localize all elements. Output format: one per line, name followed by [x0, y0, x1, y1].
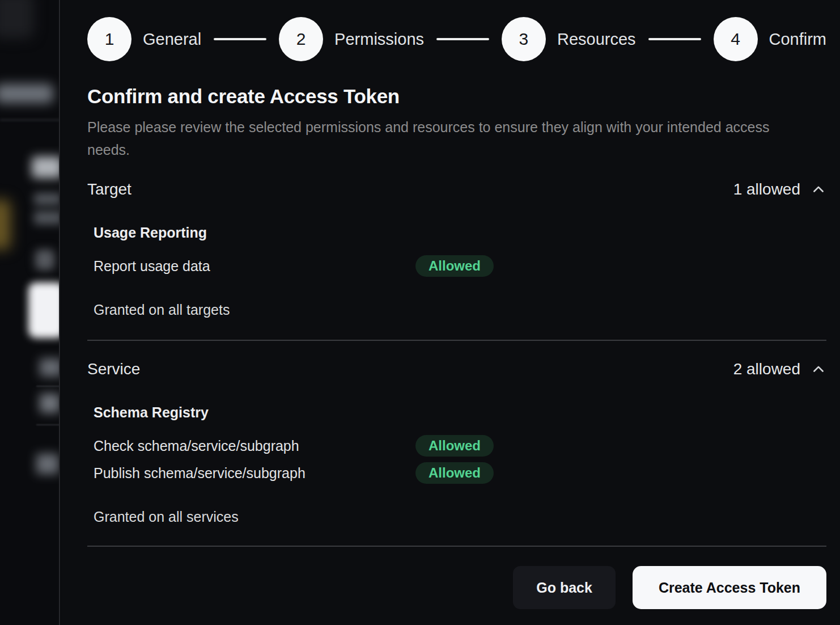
blurred-accent [0, 200, 10, 250]
chevron-up-icon[interactable] [811, 181, 826, 197]
blurred-text [36, 454, 59, 474]
blurred-logo [0, 0, 34, 39]
section-header-service: Service 2 allowed [87, 360, 826, 378]
permission-label: Report usage data [94, 258, 415, 275]
step-number-circle[interactable]: 2 [279, 17, 323, 61]
blurred-text [34, 193, 60, 205]
blurred-text [34, 211, 60, 225]
section-divider [87, 340, 826, 341]
step-general[interactable]: 1 General [87, 17, 201, 61]
allowed-count: 1 allowed [733, 180, 800, 199]
allowed-count: 2 allowed [733, 360, 800, 378]
step-number-circle[interactable]: 3 [502, 17, 546, 61]
blurred-divider [36, 424, 60, 425]
blurred-divider [0, 119, 60, 121]
page-subtitle: Please please review the selected permis… [87, 116, 787, 161]
blurred-card [28, 282, 60, 338]
section-title: Service [87, 360, 140, 378]
footer-divider [87, 546, 826, 547]
status-badge: Allowed [415, 435, 494, 457]
step-confirm[interactable]: 4 Confirm [714, 17, 827, 61]
blurred-background-sidebar [0, 0, 60, 625]
step-label: Permissions [334, 30, 424, 49]
step-label: General [143, 30, 201, 49]
step-connector [214, 38, 266, 40]
chevron-up-icon[interactable] [811, 361, 826, 377]
status-badge: Allowed [415, 255, 494, 277]
step-resources[interactable]: 3 Resources [502, 17, 636, 61]
permission-row: Publish schema/service/subgraph Allowed [94, 462, 826, 484]
create-access-token-button[interactable]: Create Access Token [633, 566, 826, 609]
create-access-token-modal: 1 General 2 Permissions 3 Resources 4 Co… [61, 0, 840, 625]
go-back-button[interactable]: Go back [513, 566, 616, 609]
modal-footer: Go back Create Access Token [87, 566, 826, 609]
blurred-divider [36, 386, 60, 387]
blurred-text [40, 394, 60, 413]
granted-note: Granted on all targets [94, 302, 826, 318]
step-number-circle[interactable]: 4 [714, 17, 758, 61]
section-header-target: Target 1 allowed [87, 180, 826, 199]
permission-label: Check schema/service/subgraph [94, 438, 415, 454]
permission-row: Check schema/service/subgraph Allowed [94, 435, 826, 457]
step-permissions[interactable]: 2 Permissions [279, 17, 424, 61]
wizard-stepper: 1 General 2 Permissions 3 Resources 4 Co… [87, 17, 826, 61]
blurred-heading [32, 157, 60, 178]
step-label: Confirm [769, 30, 827, 49]
permission-row: Report usage data Allowed [94, 255, 826, 277]
permission-group-usage-reporting: Usage Reporting Report usage data Allowe… [94, 225, 826, 277]
service-collapse-toggle[interactable]: 2 allowed [733, 360, 826, 378]
blurred-nav-item [0, 84, 53, 103]
blurred-text [40, 358, 60, 377]
permission-group-name: Schema Registry [94, 404, 826, 421]
section-title: Target [87, 180, 131, 199]
blurred-icon [35, 250, 54, 270]
permission-group-name: Usage Reporting [94, 225, 826, 241]
step-number-circle[interactable]: 1 [87, 17, 131, 61]
permission-label: Publish schema/service/subgraph [94, 465, 415, 482]
page-title: Confirm and create Access Token [87, 85, 826, 108]
step-label: Resources [557, 30, 636, 49]
permission-group-schema-registry: Schema Registry Check schema/service/sub… [94, 404, 826, 484]
step-connector [648, 38, 701, 40]
target-collapse-toggle[interactable]: 1 allowed [733, 180, 826, 199]
step-connector [436, 38, 489, 40]
granted-note: Granted on all services [94, 509, 826, 525]
status-badge: Allowed [415, 462, 494, 484]
